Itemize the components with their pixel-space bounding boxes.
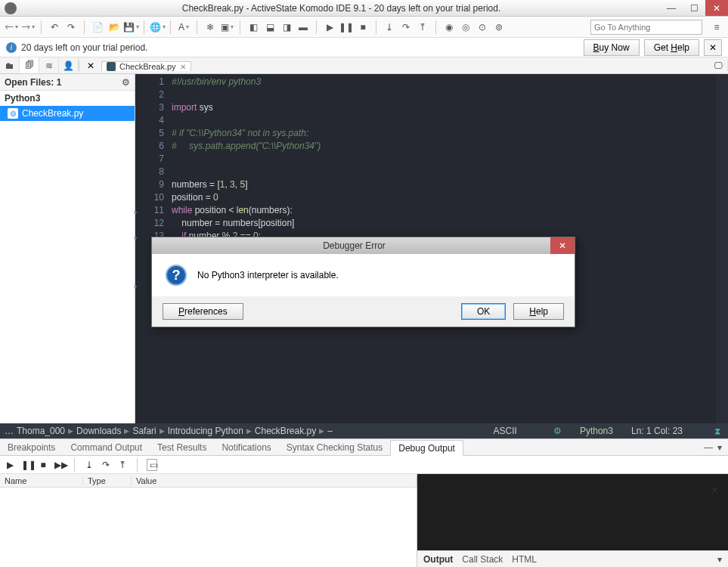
- window-titlebar: CheckBreak.py - ActiveState Komodo IDE 9…: [0, 0, 728, 17]
- close-button[interactable]: ✕: [705, 0, 728, 16]
- hourglass-icon: ⧗: [711, 425, 723, 437]
- dismiss-trial-button[interactable]: ✕: [704, 39, 722, 56]
- tab-test-results[interactable]: Test Results: [150, 439, 214, 455]
- step-over-button[interactable]: ↷: [399, 20, 413, 34]
- open-button[interactable]: 📂: [107, 20, 121, 34]
- macro-play-button[interactable]: ⊙: [476, 20, 489, 34]
- window-title: CheckBreak.py - ActiveState Komodo IDE 9…: [23, 3, 660, 14]
- menu-button[interactable]: ≡: [710, 20, 723, 34]
- tab-debug-output[interactable]: Debug Output: [390, 440, 463, 456]
- editor-tab-label: CheckBreak.py: [119, 62, 176, 71]
- col-name[interactable]: Name: [0, 476, 83, 485]
- sidebar-group[interactable]: Python3: [0, 91, 135, 106]
- bc-seg[interactable]: Thoma_000: [17, 426, 65, 436]
- layout-right-icon[interactable]: ◨: [280, 20, 293, 34]
- preferences-button[interactable]: Preferences: [163, 303, 243, 320]
- debug-ff-icon[interactable]: ▶▶: [54, 460, 65, 470]
- bc-seg[interactable]: CheckBreak.py: [255, 426, 316, 436]
- html-tab[interactable]: HTML: [512, 554, 537, 565]
- snippet-button[interactable]: ❄: [203, 20, 217, 34]
- save-button[interactable]: 💾: [124, 20, 138, 34]
- col-type[interactable]: Type: [83, 476, 132, 485]
- get-help-button[interactable]: Get Help: [644, 39, 699, 56]
- bc-seg[interactable]: Introducing Python: [168, 426, 243, 436]
- status-breadcrumb: … Thoma_000▶ Downloads▶ Safari▶ Introduc…: [0, 423, 728, 438]
- tab-notifications[interactable]: Notifications: [214, 439, 278, 455]
- bottom-tabs: Breakpoints Command Output Test Results …: [0, 439, 728, 456]
- output-panel: Output Call Stack HTML ▾: [417, 474, 728, 567]
- stop-button[interactable]: ■: [356, 20, 370, 34]
- ok-button[interactable]: OK: [461, 303, 506, 320]
- goto-input[interactable]: [590, 20, 702, 35]
- help-button[interactable]: Help: [513, 303, 564, 320]
- app-icon: [5, 2, 17, 14]
- close-tab-icon[interactable]: ✕: [180, 63, 186, 71]
- python-file-icon: [107, 62, 116, 71]
- layout-full-icon[interactable]: ▬: [296, 20, 310, 34]
- sidebar-file-label: CheckBreak.py: [22, 108, 83, 119]
- step-out-button[interactable]: ⤒: [416, 20, 429, 34]
- debug-console-icon[interactable]: ▭: [147, 459, 157, 471]
- openfiles-tab-icon[interactable]: 🗐: [20, 57, 39, 73]
- bc-ellipsis[interactable]: …: [5, 426, 14, 436]
- watch-list[interactable]: [0, 488, 417, 567]
- minimize-button[interactable]: —: [660, 0, 683, 16]
- open-files-label: Open Files: 1: [5, 77, 61, 88]
- debug-stop-icon[interactable]: ■: [38, 460, 48, 470]
- debug-pause-icon[interactable]: ❚❚: [21, 460, 32, 470]
- bc-seg[interactable]: Safari: [132, 426, 156, 436]
- maximize-button[interactable]: ☐: [683, 0, 705, 16]
- layout-left-icon[interactable]: ◧: [246, 20, 260, 34]
- line-col-label[interactable]: Ln: 1 Col: 23: [631, 426, 683, 436]
- col-value[interactable]: Value: [132, 476, 417, 485]
- db-tab-icon[interactable]: ≋: [39, 57, 59, 73]
- debug-stepin-icon[interactable]: ⤓: [84, 460, 94, 470]
- language-label[interactable]: Python3: [580, 426, 613, 436]
- open-files-header: Open Files: 1 ⚙: [0, 74, 135, 91]
- users-tab-icon[interactable]: 👤: [59, 57, 79, 73]
- pause-button[interactable]: ❚❚: [339, 20, 353, 34]
- tools-button[interactable]: ▣: [220, 20, 234, 34]
- web-button[interactable]: 🌐: [150, 20, 164, 34]
- new-file-button[interactable]: 📄: [91, 20, 104, 34]
- trial-message: 20 days left on your trial period.: [21, 42, 579, 53]
- debug-stepover-icon[interactable]: ↷: [101, 460, 111, 470]
- back-button[interactable]: 🡐: [5, 20, 18, 34]
- main-toolbar: 🡐 🡒 ↶ ↷ 📄 📂 💾 🌐 A ❄ ▣ ◧ ⬓ ◨ ▬ ▶ ❚❚ ■ ⤓ ↷…: [0, 17, 728, 38]
- debug-play-icon[interactable]: ▶: [5, 460, 15, 470]
- output-chevron-icon[interactable]: ▾: [717, 554, 722, 565]
- forward-button[interactable]: 🡒: [21, 20, 35, 34]
- files-tab-icon[interactable]: 🖿: [0, 57, 20, 73]
- text-size-button[interactable]: A: [177, 20, 191, 34]
- macro-stop-button[interactable]: ◎: [459, 20, 472, 34]
- dialog-close-icon[interactable]: ✕: [550, 237, 575, 254]
- undo-button[interactable]: ↶: [48, 20, 61, 34]
- step-into-button[interactable]: ⤓: [383, 20, 396, 34]
- minimap[interactable]: [716, 74, 728, 423]
- debug-toolbar: ▶ ❚❚ ■ ▶▶ ⤓ ↷ ⤒ ▭ ✕: [0, 456, 728, 474]
- record-button[interactable]: ◉: [442, 20, 456, 34]
- layout-bottom-icon[interactable]: ⬓: [263, 20, 277, 34]
- buy-now-button[interactable]: Buy Now: [584, 39, 640, 56]
- tab-syntax-checking[interactable]: Syntax Checking Status: [279, 439, 390, 455]
- tab-breakpoints[interactable]: Breakpoints: [0, 439, 63, 455]
- macro-extra-button[interactable]: ⊚: [492, 20, 506, 34]
- editor-tab[interactable]: CheckBreak.py ✕: [101, 61, 191, 71]
- question-icon: ?: [166, 265, 187, 286]
- play-button[interactable]: ▶: [323, 20, 336, 34]
- redo-button[interactable]: ↷: [64, 20, 78, 34]
- collapse-panel-icon[interactable]: ▾: [717, 442, 722, 453]
- tab-command-output[interactable]: Command Output: [63, 439, 150, 455]
- close-debug-icon[interactable]: ✕: [711, 485, 719, 496]
- minimize-panel-icon[interactable]: —: [704, 442, 713, 453]
- gear-icon[interactable]: ⚙: [122, 77, 130, 88]
- sidebar-icon-tabs: 🖿 🗐 ≋ 👤 ✕ CheckBreak.py ✕ 🖵: [0, 57, 728, 74]
- output-tab[interactable]: Output: [423, 554, 453, 565]
- encoding-label[interactable]: ASCII: [494, 426, 517, 436]
- callstack-tab[interactable]: Call Stack: [462, 554, 503, 565]
- monitor-icon[interactable]: 🖵: [708, 60, 728, 71]
- bc-seg[interactable]: Downloads: [76, 426, 121, 436]
- close-sidebar-icon[interactable]: ✕: [79, 60, 101, 71]
- sidebar-file-selected[interactable]: ⚙ CheckBreak.py: [0, 106, 135, 121]
- debug-stepout-icon[interactable]: ⤒: [117, 460, 128, 470]
